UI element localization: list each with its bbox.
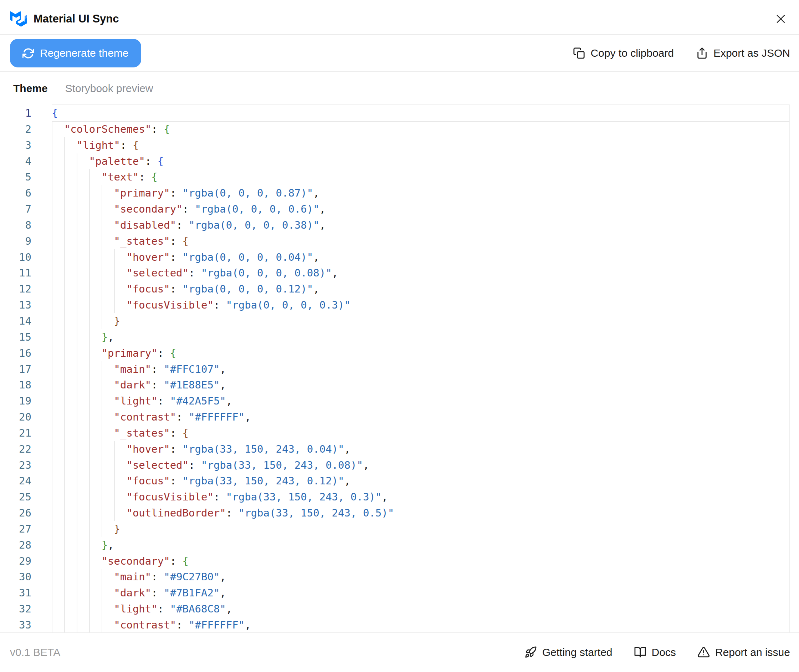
tab-theme[interactable]: Theme bbox=[13, 82, 48, 94]
code-token: "rgba(0, 0, 0, 0.08)" bbox=[201, 267, 332, 279]
indent-guide bbox=[64, 521, 77, 537]
code-line[interactable]: "secondary": { bbox=[52, 553, 789, 569]
sync-icon bbox=[22, 48, 34, 59]
code-token: "main" bbox=[114, 363, 152, 375]
indent-guide bbox=[89, 473, 102, 489]
indent-guide bbox=[52, 313, 64, 329]
code-line[interactable]: "dark": "#7B1FA2", bbox=[52, 585, 789, 601]
line-number: 23 bbox=[0, 457, 31, 473]
indent-guide bbox=[77, 329, 89, 345]
editor-content[interactable]: {"colorSchemes": {"light": {"palette": {… bbox=[52, 104, 789, 632]
indent-guide bbox=[89, 425, 102, 441]
footer: v0.1 BETA Getting started Docs Report an bbox=[0, 633, 799, 671]
code-line[interactable]: }, bbox=[52, 329, 789, 345]
code-line[interactable]: "light": "#42A5F5", bbox=[52, 393, 789, 409]
code-line[interactable]: "contrast": "#FFFFFF", bbox=[52, 617, 789, 632]
line-number: 31 bbox=[0, 585, 31, 601]
indent-guide bbox=[77, 169, 89, 185]
indent-guide bbox=[114, 457, 126, 473]
line-number: 20 bbox=[0, 409, 31, 425]
indent-guide bbox=[64, 281, 77, 297]
report-an-issue-link[interactable]: Report an issue bbox=[697, 646, 790, 658]
getting-started-link[interactable]: Getting started bbox=[524, 646, 612, 658]
code-line[interactable]: "main": "#9C27B0", bbox=[52, 569, 789, 585]
indent-guide bbox=[77, 553, 89, 569]
copy-to-clipboard-button[interactable]: Copy to clipboard bbox=[573, 47, 673, 59]
indent-guide bbox=[89, 233, 102, 249]
code-line[interactable]: "selected": "rgba(0, 0, 0, 0.08)", bbox=[52, 265, 789, 281]
footer-links: Getting started Docs Report an issue bbox=[524, 646, 790, 658]
regenerate-theme-button[interactable]: Regenerate theme bbox=[10, 39, 141, 67]
tab-bar: Theme Storybook preview bbox=[0, 72, 799, 104]
code-token: "rgba(0, 0, 0, 0.12)" bbox=[182, 283, 313, 295]
code-line[interactable]: }, bbox=[52, 537, 789, 553]
indent-guide bbox=[89, 329, 102, 345]
code-token: "text" bbox=[102, 171, 139, 183]
code-token: , bbox=[363, 459, 369, 471]
code-token: : bbox=[139, 171, 151, 183]
indent-guide bbox=[77, 505, 89, 521]
indent-guide bbox=[52, 553, 64, 569]
indent-guide bbox=[52, 473, 64, 489]
getting-started-label: Getting started bbox=[542, 646, 612, 658]
code-token: "main" bbox=[114, 571, 152, 583]
code-line[interactable]: "main": "#FFC107", bbox=[52, 361, 789, 378]
code-line[interactable]: "focusVisible": "rgba(33, 150, 243, 0.3)… bbox=[52, 489, 789, 505]
code-line[interactable]: } bbox=[52, 521, 789, 537]
indent-guide bbox=[89, 361, 102, 378]
indent-guide bbox=[64, 313, 77, 329]
code-line[interactable]: "palette": { bbox=[52, 154, 789, 170]
code-line[interactable]: "_states": { bbox=[52, 233, 789, 249]
code-line[interactable]: "light": "#BA68C8", bbox=[52, 601, 789, 617]
tab-storybook-preview[interactable]: Storybook preview bbox=[65, 82, 153, 94]
code-token: : bbox=[158, 603, 170, 615]
code-line[interactable]: "focus": "rgba(33, 150, 243, 0.12)", bbox=[52, 473, 789, 489]
editor-gutter: 1234567891011121314151617181920212223242… bbox=[0, 104, 52, 632]
indent-guide bbox=[102, 585, 114, 601]
code-token: "rgba(0, 0, 0, 0.87)" bbox=[182, 187, 313, 199]
code-line[interactable]: "disabled": "rgba(0, 0, 0, 0.38)", bbox=[52, 217, 789, 233]
indent-guide bbox=[77, 457, 89, 473]
close-icon bbox=[775, 13, 786, 25]
code-line[interactable]: "contrast": "#FFFFFF", bbox=[52, 409, 789, 425]
theme-code-editor[interactable]: 1234567891011121314151617181920212223242… bbox=[0, 104, 799, 633]
indent-guide bbox=[102, 393, 114, 409]
code-token: "rgba(0, 0, 0, 0.38)" bbox=[189, 219, 320, 231]
code-token: : bbox=[189, 267, 201, 279]
line-number: 21 bbox=[0, 425, 31, 441]
code-line[interactable]: "focus": "rgba(0, 0, 0, 0.12)", bbox=[52, 281, 789, 297]
docs-icon bbox=[634, 646, 646, 658]
indent-guide bbox=[64, 409, 77, 425]
code-line[interactable]: "focusVisible": "rgba(0, 0, 0, 0.3)" bbox=[52, 297, 789, 313]
indent-guide bbox=[102, 217, 114, 233]
docs-link[interactable]: Docs bbox=[634, 646, 676, 658]
code-line[interactable]: "hover": "rgba(33, 150, 243, 0.04)", bbox=[52, 441, 789, 457]
code-line[interactable]: "_states": { bbox=[52, 425, 789, 441]
indent-guide bbox=[52, 521, 64, 537]
code-token: : bbox=[214, 299, 226, 311]
code-line[interactable]: } bbox=[52, 313, 789, 329]
code-token: , bbox=[344, 443, 350, 455]
code-line[interactable]: "selected": "rgba(33, 150, 243, 0.08)", bbox=[52, 457, 789, 473]
toolbar: Regenerate theme Copy to clipboard Expor… bbox=[0, 35, 799, 72]
code-line[interactable]: "light": { bbox=[52, 137, 789, 154]
indent-guide bbox=[89, 345, 102, 361]
code-line[interactable]: "colorSchemes": { bbox=[52, 121, 789, 137]
close-button[interactable] bbox=[773, 11, 789, 27]
code-line[interactable]: "dark": "#1E88E5", bbox=[52, 377, 789, 393]
copy-icon bbox=[573, 47, 585, 59]
code-token: "rgba(33, 150, 243, 0.5)" bbox=[238, 507, 394, 519]
indent-guide bbox=[89, 537, 102, 553]
code-line[interactable]: "primary": { bbox=[52, 345, 789, 361]
code-line[interactable]: "primary": "rgba(0, 0, 0, 0.87)", bbox=[52, 185, 789, 201]
code-line[interactable]: "text": { bbox=[52, 169, 789, 185]
code-line[interactable]: { bbox=[52, 105, 789, 121]
indent-guide bbox=[64, 377, 77, 393]
code-line[interactable]: "hover": "rgba(0, 0, 0, 0.04)", bbox=[52, 249, 789, 266]
code-line[interactable]: "secondary": "rgba(0, 0, 0, 0.6)", bbox=[52, 201, 789, 217]
indent-guide bbox=[52, 249, 64, 266]
indent-guide bbox=[64, 329, 77, 345]
export-as-json-button[interactable]: Export as JSON bbox=[696, 47, 790, 59]
code-line[interactable]: "outlinedBorder": "rgba(33, 150, 243, 0.… bbox=[52, 505, 789, 521]
indent-guide bbox=[77, 233, 89, 249]
